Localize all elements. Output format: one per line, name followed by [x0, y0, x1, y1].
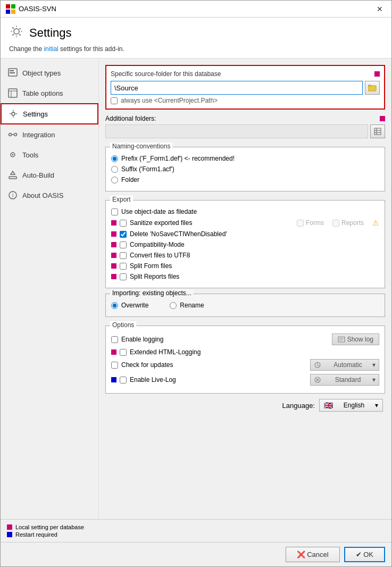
table-options-icon [7, 88, 18, 98]
integration-icon [7, 129, 18, 140]
chevron-down-icon: ▾ [372, 376, 376, 383]
chevron-down-icon: ▾ [375, 402, 378, 409]
naming-prefix-radio[interactable] [111, 155, 118, 162]
split-form-checkbox[interactable] [120, 263, 127, 270]
title-bar-left: OASIS-SVN [6, 4, 56, 14]
export-split-reports-row: Split Reports files [111, 273, 379, 280]
inline-checkboxes: Forms Reports ⚠ [297, 219, 379, 227]
sidebar-item-tools[interactable]: Tools [1, 145, 98, 165]
sidebar-item-auto-build[interactable]: Auto-Build [1, 165, 98, 185]
export-group: Export Use object-date as filedate Sanit… [105, 200, 385, 288]
footer-legend: Local setting per database Restart requi… [1, 519, 391, 542]
svg-point-16 [12, 154, 14, 156]
export-sanitize-row: Sanitize exported files Forms Reports ⚠ [111, 219, 379, 227]
sidebar-item-object-types[interactable]: Object types [1, 63, 98, 83]
svg-rect-21 [374, 128, 381, 135]
standard-dropdown[interactable]: Standard ▾ [310, 374, 379, 386]
enable-logging-check-row: Enable logging [111, 336, 163, 343]
source-folder-input-row [111, 81, 380, 95]
language-label: Language: [282, 402, 315, 410]
additional-folders-button[interactable] [370, 124, 385, 138]
close-button[interactable]: ✕ [373, 4, 386, 14]
naming-folder-row: Folder [111, 176, 379, 184]
title-bar-text: OASIS-SVN [19, 5, 56, 13]
naming-conventions-content: Prefix ('F_Form1.def') <- recommended! S… [111, 155, 379, 184]
source-folder-section: Specific source-folder for this database… [105, 65, 385, 110]
extended-html-logging-checkbox[interactable] [120, 349, 127, 356]
additional-folders-input[interactable] [105, 124, 368, 138]
source-folder-input[interactable] [111, 81, 363, 95]
naming-conventions-title: Naming-conventions [110, 143, 172, 150]
delete-nosave-checkbox[interactable] [120, 231, 127, 238]
sidebar-item-label: Settings [23, 110, 48, 118]
options-title: Options [110, 321, 136, 329]
svg-point-13 [14, 134, 17, 136]
svg-line-30 [318, 365, 319, 366]
header-subtitle: Change the initial settings for this add… [9, 45, 383, 53]
naming-suffix-radio[interactable] [111, 166, 118, 173]
forms-checkbox[interactable] [297, 220, 304, 227]
main-window: OASIS-SVN ✕ Settings Change the initial … [0, 0, 392, 567]
svg-rect-8 [9, 89, 17, 97]
reports-checkbox[interactable] [332, 220, 339, 227]
magenta-dot [111, 231, 116, 237]
automatic-dropdown[interactable]: Automatic ▾ [310, 359, 379, 371]
naming-prefix-row: Prefix ('F_Form1.def') <- recommended! [111, 155, 379, 162]
always-use-checkbox[interactable] [111, 97, 118, 104]
svg-rect-2 [6, 10, 10, 14]
sidebar-item-label: Tools [22, 151, 38, 159]
extended-html-logging-row: Extended HTML-Logging [111, 348, 379, 356]
settings-title: Settings [29, 26, 72, 40]
naming-folder-radio[interactable] [111, 177, 118, 184]
importing-title: Importing: existing objects... [110, 289, 194, 297]
legend-local-setting: Local setting per database [7, 524, 385, 530]
ok-button[interactable]: ✔ OK [344, 547, 385, 562]
enable-live-log-checkbox[interactable] [120, 377, 127, 383]
legend-restart-required: Restart required [7, 531, 385, 538]
export-title: Export [110, 196, 133, 203]
magenta-dot [111, 263, 116, 269]
cancel-button[interactable]: ❌ Cancel [286, 547, 340, 562]
svg-rect-7 [10, 72, 15, 73]
svg-point-11 [12, 112, 15, 115]
svg-rect-0 [6, 4, 10, 9]
magenta-dot [111, 274, 116, 279]
sidebar-item-label: Table options [22, 89, 63, 97]
language-dropdown[interactable]: 🇬🇧 English ▾ [319, 399, 383, 412]
svg-rect-25 [338, 337, 345, 342]
compatibility-mode-checkbox[interactable] [120, 241, 127, 248]
language-value: English [344, 402, 364, 409]
warning-icon: ⚠ [372, 219, 379, 227]
convert-utf8-checkbox[interactable] [120, 252, 127, 259]
check-updates-check-row: Check for updates [111, 361, 173, 369]
export-use-date-row: Use object-date as filedate [111, 208, 379, 215]
naming-suffix-row: Suffix ('Form1.acf') [111, 165, 379, 173]
browse-folder-button[interactable] [365, 81, 380, 95]
overwrite-radio[interactable] [111, 302, 118, 309]
options-content: Enable logging Show log Extended HTML-Lo… [111, 333, 379, 386]
sanitize-checkbox[interactable] [120, 220, 127, 227]
settings-icon [9, 24, 24, 42]
svg-rect-6 [10, 70, 14, 71]
importing-rename-row: Rename [170, 302, 204, 309]
header: Settings Change the initial settings for… [1, 18, 391, 59]
tools-icon [7, 149, 18, 160]
about-icon: i [7, 190, 18, 201]
sidebar-item-settings[interactable]: Settings [1, 103, 98, 124]
sidebar-item-about-oasis[interactable]: i About OASIS [1, 185, 98, 205]
svg-rect-17 [9, 177, 16, 179]
sidebar-item-table-options[interactable]: Table options [1, 83, 98, 103]
magenta-dot-legend [7, 524, 12, 530]
sidebar-item-label: About OASIS [22, 191, 63, 199]
rename-radio[interactable] [170, 302, 177, 309]
use-object-date-checkbox[interactable] [111, 209, 118, 215]
enable-logging-checkbox[interactable] [111, 336, 118, 343]
check-updates-checkbox[interactable] [111, 362, 118, 369]
always-use-row: always use <CurrentProject.Path> [111, 97, 380, 104]
svg-point-12 [9, 134, 12, 136]
object-types-icon [7, 68, 18, 78]
split-reports-checkbox[interactable] [120, 273, 127, 280]
sidebar-item-integration[interactable]: Integration [1, 124, 98, 145]
app-icon [6, 4, 15, 14]
show-log-button[interactable]: Show log [332, 333, 379, 345]
